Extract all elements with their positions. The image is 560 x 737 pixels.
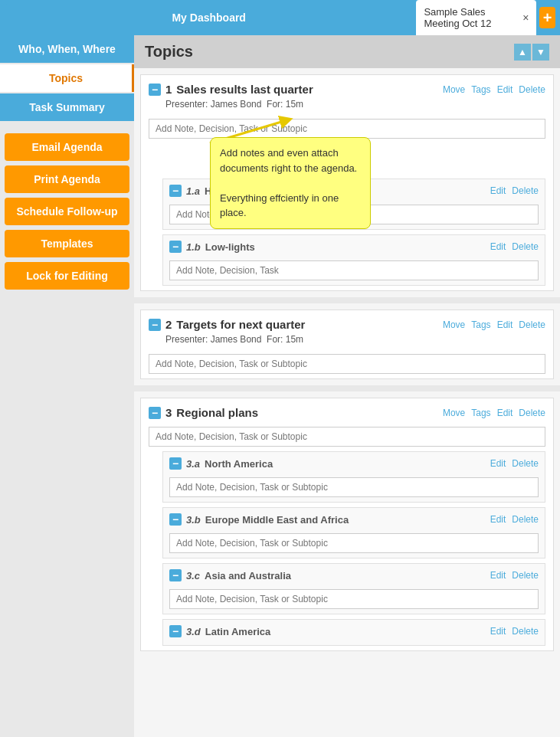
subtopic-3b-edit[interactable]: Edit	[490, 514, 506, 525]
arrow-up-button[interactable]: ▲	[514, 44, 531, 61]
topic-3-section: − 3 Regional plans Move Tags Edit Delete…	[140, 398, 554, 651]
topic-1-presenter: Presenter: James Bond For: 15m	[165, 99, 545, 110]
subtopic-3b: − 3.b Europe Middle East and Africa Edit…	[162, 507, 545, 558]
subtopic-3a: − 3.a North America Edit Delete	[162, 451, 545, 503]
subtopic-3b-add-note-input[interactable]	[169, 533, 539, 553]
subtopic-1b-header: − 1.b Low-lights Edit Delete	[169, 241, 539, 253]
subtopic-3d-delete[interactable]: Delete	[512, 626, 539, 637]
topic-2-presenter: Presenter: James Bond For: 15m	[165, 334, 545, 345]
subtopic-1b-name: Low-lights	[205, 241, 255, 253]
subtopic-3d-edit[interactable]: Edit	[490, 626, 506, 637]
subtopic-3a-name: North America	[205, 458, 273, 470]
topic-2-header: − 2 Targets for next quarter Move Tags E…	[149, 318, 545, 331]
subtopic-3c-name: Asia and Australia	[205, 570, 291, 581]
subtopic-3d: − 3.d Latin America Edit Delete	[162, 619, 545, 646]
subtopic-3a-collapse-button[interactable]: −	[169, 457, 182, 470]
topic-2-delete[interactable]: Delete	[519, 319, 545, 330]
subtopic-3b-num: 3.b	[186, 514, 201, 526]
subtopic-1b-add-note-input[interactable]	[169, 260, 539, 280]
tab-bar: My Dashboard Sample Sales Meeting Oct 12…	[0, 0, 560, 35]
topic-3-collapse-button[interactable]: −	[149, 407, 161, 419]
tab-active-label: Sample Sales Meeting Oct 12	[424, 6, 518, 29]
subtopic-3b-delete[interactable]: Delete	[512, 514, 539, 525]
subtopic-3c-collapse-button[interactable]: −	[169, 569, 182, 581]
topic-2-tags[interactable]: Tags	[471, 319, 490, 330]
subtopic-3c-delete[interactable]: Delete	[512, 570, 539, 581]
subtopic-3d-num: 3.d	[186, 626, 201, 637]
topic-1-collapse-button[interactable]: −	[149, 84, 161, 96]
subtopic-1b-actions: Edit Delete	[490, 241, 539, 252]
subtopic-3c-actions: Edit Delete	[490, 570, 539, 581]
sidebar-email-agenda[interactable]: Email Agenda	[5, 133, 129, 161]
topic-3-move[interactable]: Move	[443, 408, 465, 418]
topic-3-actions: Move Tags Edit Delete	[443, 408, 545, 418]
topic-3-title-row: − 3 Regional plans	[149, 406, 258, 419]
subtopic-3c-header: − 3.c Asia and Australia Edit Delete	[169, 569, 539, 581]
subtopic-1a-collapse-button[interactable]: −	[169, 185, 182, 197]
topic-1-tags[interactable]: Tags	[471, 84, 490, 95]
subtopic-3a-delete[interactable]: Delete	[512, 458, 539, 469]
subtopic-3c-edit[interactable]: Edit	[490, 570, 506, 581]
sidebar-schedule-follow-up[interactable]: Schedule Follow-up	[5, 198, 129, 225]
topic-2-edit[interactable]: Edit	[497, 319, 513, 330]
subtopic-1b-edit[interactable]: Edit	[490, 241, 506, 252]
topic-3-num: 3	[165, 406, 172, 419]
subtopic-3a-title-row: − 3.a North America	[169, 457, 273, 470]
topic-3-tags[interactable]: Tags	[471, 408, 490, 418]
topics-arrows: ▲ ▼	[514, 44, 549, 61]
subtopic-3a-header: − 3.a North America Edit Delete	[169, 457, 539, 470]
tab-my-dashboard[interactable]: My Dashboard	[5, 4, 413, 31]
topic-2-move[interactable]: Move	[443, 319, 465, 330]
subtopic-3d-header: − 3.d Latin America Edit Delete	[169, 625, 539, 637]
subtopic-3d-title-row: − 3.d Latin America	[169, 625, 270, 637]
divider-1	[134, 297, 560, 303]
topic-3-name: Regional plans	[176, 406, 258, 419]
sidebar-topics[interactable]: Topics	[0, 64, 134, 92]
topic-2-actions: Move Tags Edit Delete	[443, 319, 545, 330]
subtopic-1b-delete[interactable]: Delete	[512, 241, 539, 252]
topic-3-edit[interactable]: Edit	[497, 408, 513, 418]
subtopic-1b-collapse-button[interactable]: −	[169, 241, 182, 253]
subtopic-3b-title-row: − 3.b Europe Middle East and Africa	[169, 513, 349, 526]
subtopic-3a-edit[interactable]: Edit	[490, 458, 506, 469]
topic-2-collapse-button[interactable]: −	[149, 319, 161, 331]
sidebar-print-agenda[interactable]: Print Agenda	[5, 165, 129, 193]
subtopic-3d-collapse-button[interactable]: −	[169, 625, 182, 637]
subtopic-3b-actions: Edit Delete	[490, 514, 539, 525]
divider-2	[134, 385, 560, 391]
subtopic-3d-name: Latin America	[205, 626, 271, 637]
subtopic-1b-num: 1.b	[186, 241, 201, 253]
subtopic-3d-actions: Edit Delete	[490, 626, 539, 637]
topic-3-add-note-input[interactable]	[149, 427, 545, 447]
tab-add-button[interactable]: +	[539, 7, 555, 28]
sidebar-templates[interactable]: Templates	[5, 230, 129, 257]
content-area: Topics ▲ ▼ − 1 Sales results last quarte…	[134, 35, 560, 737]
topic-1-move[interactable]: Move	[443, 84, 465, 95]
subtopic-3c-add-note-input[interactable]	[169, 589, 539, 609]
topic-1-edit[interactable]: Edit	[497, 84, 513, 95]
topic-2-add-note-input[interactable]	[149, 354, 545, 374]
sidebar-task-summary[interactable]: Task Summary	[0, 93, 134, 121]
sidebar-lock-for-editing[interactable]: Lock for Editing	[5, 262, 129, 290]
topics-title: Topics	[145, 43, 193, 61]
arrow-down-button[interactable]: ▼	[532, 44, 549, 61]
sidebar: Who, When, Where Topics Task Summary Ema…	[0, 35, 134, 737]
subtopic-3a-actions: Edit Delete	[490, 458, 539, 469]
tab-active-meeting: Sample Sales Meeting Oct 12 ×	[416, 0, 536, 35]
subtopic-1b-title-row: − 1.b Low-lights	[169, 241, 255, 253]
subtopic-1a-actions: Edit Delete	[490, 185, 539, 196]
subtopic-1a-num: 1.a	[186, 185, 200, 197]
subtopic-1b: − 1.b Low-lights Edit Delete	[162, 234, 545, 286]
subtopic-3b-collapse-button[interactable]: −	[169, 513, 182, 526]
subtopic-3c-title-row: − 3.c Asia and Australia	[169, 569, 291, 581]
sidebar-who-when-where[interactable]: Who, When, Where	[0, 35, 134, 63]
topic-1-note-area: Add notes and even attach documents righ…	[149, 114, 545, 139]
subtopic-1a-delete[interactable]: Delete	[512, 185, 539, 196]
topic-1-add-note-input[interactable]	[149, 119, 545, 139]
subtopic-1a-edit[interactable]: Edit	[490, 185, 506, 196]
topic-1-name: Sales results last quarter	[176, 83, 313, 96]
subtopic-3a-add-note-input[interactable]	[169, 477, 539, 497]
topic-1-delete[interactable]: Delete	[519, 84, 545, 95]
topic-3-delete[interactable]: Delete	[519, 408, 545, 418]
tab-close-icon[interactable]: ×	[522, 12, 529, 23]
